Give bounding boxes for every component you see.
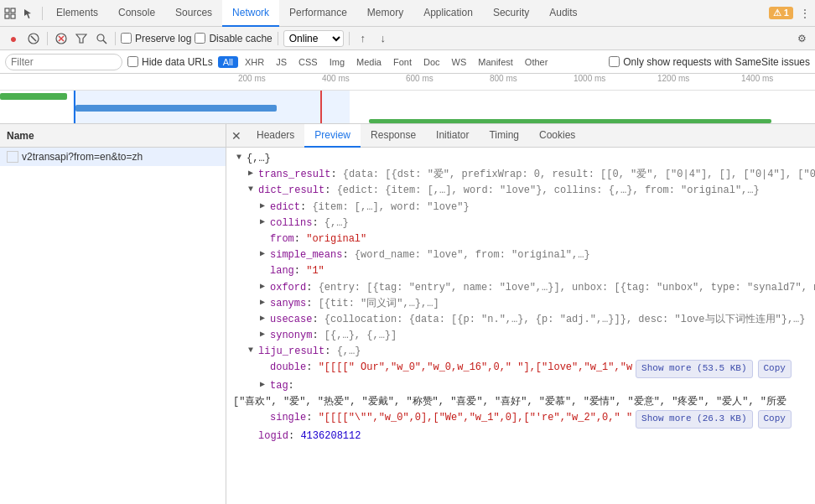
record-button[interactable]: ● <box>5 30 22 47</box>
settings-icon[interactable]: ⚙ <box>793 30 810 47</box>
disable-cache-checkbox[interactable] <box>195 33 205 44</box>
tab-sources[interactable]: Sources <box>165 0 222 27</box>
filter-input-wrap <box>5 54 122 70</box>
hide-data-urls-label[interactable]: Hide data URLs <box>127 56 213 68</box>
toggle-collins[interactable]: ▶ <box>257 216 268 229</box>
clear-button[interactable] <box>53 30 70 47</box>
preserve-log-checkbox[interactable] <box>121 33 132 44</box>
tab-console[interactable]: Console <box>108 0 165 27</box>
inspect-icon[interactable] <box>3 7 17 20</box>
tl-bar-green-1 <box>0 93 67 100</box>
tab-audits[interactable]: Audits <box>539 0 587 27</box>
toggle-synonym[interactable]: ▶ <box>257 328 268 341</box>
tab-security[interactable]: Security <box>483 0 539 27</box>
copy-single[interactable]: Copy <box>758 410 792 429</box>
filter-input[interactable] <box>11 56 117 68</box>
filter-media[interactable]: Media <box>351 56 387 68</box>
disable-cache-label[interactable]: Disable cache <box>195 33 272 44</box>
json-dict-result: ▼ dict_result : {edict: {item: [,…], wor… <box>233 183 808 199</box>
toolbar-sep-3 <box>278 32 278 45</box>
filter-doc[interactable]: Doc <box>418 56 445 68</box>
tl-row-3 <box>0 117 815 124</box>
name-list: v2transapi?from=en&to=zh <box>0 148 226 504</box>
import-har-button[interactable]: ↑ <box>355 30 371 47</box>
toggle-dict[interactable]: ▼ <box>245 183 257 196</box>
svg-rect-3 <box>11 14 15 18</box>
filter-js[interactable]: JS <box>271 56 292 68</box>
filter-xhr[interactable]: XHR <box>240 56 269 68</box>
only-samesite-checkbox[interactable] <box>609 56 620 67</box>
name-panel-header: Name <box>0 124 226 148</box>
toggle-edict[interactable]: ▶ <box>257 200 268 213</box>
copy-double[interactable]: Copy <box>758 360 792 378</box>
filter-manifest[interactable]: Manifest <box>473 56 518 68</box>
name-item-0[interactable]: v2transapi?from=en&to=zh <box>0 148 226 166</box>
svg-line-12 <box>103 40 106 44</box>
tab-elements[interactable]: Elements <box>46 0 108 27</box>
throttle-select[interactable]: Online Fast 3G Slow 3G Offline <box>283 30 344 47</box>
tab-timing[interactable]: Timing <box>479 124 529 148</box>
tab-network[interactable]: Network <box>222 0 279 27</box>
tab-application[interactable]: Application <box>413 0 483 27</box>
toggle-simple[interactable]: ▶ <box>257 247 268 261</box>
json-oxford: ▶ oxford : {entry: [{tag: "entry", name:… <box>233 280 808 296</box>
tab-headers[interactable]: Headers <box>247 124 304 148</box>
filter-css[interactable]: CSS <box>293 56 323 68</box>
tl-bar-blue-1 <box>75 105 277 112</box>
filter-other[interactable]: Other <box>520 56 553 68</box>
detail-panel: ✕ Headers Preview Response Initiator Tim… <box>226 124 815 504</box>
toggle-liju[interactable]: ▼ <box>245 344 257 357</box>
preview-content: ▼ {,…} ▶ trans_result : {data: [{dst: "爱… <box>226 148 815 504</box>
toggle-tag[interactable]: ▶ <box>257 378 268 392</box>
ruler-mark-1400: 1400 ms <box>738 74 815 83</box>
tab-cookies[interactable]: Cookies <box>529 124 585 148</box>
export-har-button[interactable]: ↓ <box>375 30 392 47</box>
toggle-root[interactable]: ▼ <box>233 151 245 164</box>
timeline-requests <box>0 91 815 123</box>
timeline-bar: 200 ms 400 ms 600 ms 800 ms 1000 ms 1200… <box>0 74 815 124</box>
json-synonym: ▶ synonym : [{,…}, {,…}] <box>233 328 808 344</box>
json-from: ▶ from : "original" <box>233 231 808 247</box>
tl-bar-green-2 <box>369 119 771 123</box>
ruler-mark-1000: 1000 ms <box>570 74 654 83</box>
main-content: Name v2transapi?from=en&to=zh ✕ Headers … <box>0 124 815 504</box>
devtools-icons <box>3 7 43 20</box>
filter-font[interactable]: Font <box>388 56 417 68</box>
svg-rect-1 <box>11 8 15 13</box>
json-trans-result: ▶ trans_result : {data: [{dst: "爱", pref… <box>233 167 808 183</box>
toggle-sanyms[interactable]: ▶ <box>257 296 268 309</box>
toggle-usecase[interactable]: ▶ <box>257 312 268 325</box>
tl-row-2 <box>0 102 815 114</box>
show-more-single[interactable]: Show more (26.3 KB) <box>636 410 752 429</box>
svg-marker-10 <box>76 34 86 43</box>
close-panel-icon[interactable]: ✕ <box>230 129 243 143</box>
toggle-trans[interactable]: ▶ <box>245 167 257 180</box>
json-lang: ▶ lang : "1" <box>233 263 808 279</box>
json-root: ▼ {,…} <box>233 151 808 167</box>
top-tab-bar: Elements Console Sources Network Perform… <box>0 0 815 27</box>
hide-data-urls-checkbox[interactable] <box>127 56 138 67</box>
json-single: ▶ single : "[[[["\"","w_0",0],["We","w_1… <box>233 410 808 429</box>
filter-types: All XHR JS CSS Img Media Font Doc WS Man… <box>218 56 553 68</box>
ruler-mark-400: 400 ms <box>319 74 402 83</box>
tab-preview[interactable]: Preview <box>304 124 361 148</box>
more-options-icon[interactable]: ⋮ <box>798 7 812 20</box>
tab-response[interactable]: Response <box>361 124 426 148</box>
toggle-oxford[interactable]: ▶ <box>257 280 268 294</box>
detail-tabs: ✕ Headers Preview Response Initiator Tim… <box>226 124 815 148</box>
json-simple-means: ▶ simple_means : {word_name: "love", fro… <box>233 247 808 263</box>
show-more-double[interactable]: Show more (53.5 KB) <box>636 360 752 378</box>
tab-performance[interactable]: Performance <box>279 0 357 27</box>
search-button[interactable] <box>93 30 110 47</box>
filter-ws[interactable]: WS <box>447 56 472 68</box>
tab-initiator[interactable]: Initiator <box>426 124 479 148</box>
json-sanyms: ▶ sanyms : [{tit: "同义词",…},…] <box>233 296 808 312</box>
svg-rect-0 <box>5 8 9 13</box>
stop-button[interactable] <box>25 30 42 47</box>
tab-memory[interactable]: Memory <box>357 0 413 27</box>
preserve-log-label[interactable]: Preserve log <box>121 33 191 44</box>
filter-all[interactable]: All <box>218 56 238 68</box>
cursor-icon[interactable] <box>22 7 35 20</box>
filter-icon[interactable] <box>73 30 90 47</box>
filter-img[interactable]: Img <box>324 56 350 68</box>
